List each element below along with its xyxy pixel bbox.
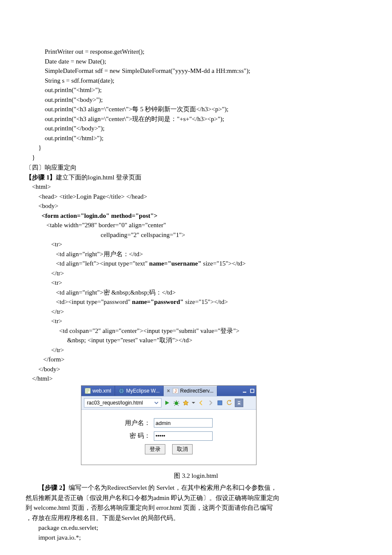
- globe-icon: [118, 388, 124, 394]
- chevron-down-icon[interactable]: [153, 400, 159, 406]
- row-username: 用户名：: [124, 417, 213, 429]
- step-1-line: 【步骤 1】建立下面的login.html 登录页面: [26, 173, 366, 182]
- code-line: out.println("<html>");: [26, 85, 366, 95]
- close-tab-icon[interactable]: ×: [167, 387, 170, 395]
- code-line: <head> <title>Login Page</title> </head>: [26, 192, 366, 202]
- password-input[interactable]: [154, 431, 213, 441]
- name-password-attr: name="password": [132, 298, 184, 305]
- section-four-heading: 〔四〕响应重定向: [26, 163, 366, 173]
- code-line: <tr>: [26, 240, 366, 249]
- code-line: <tr>: [26, 316, 366, 326]
- address-input[interactable]: [86, 399, 152, 406]
- editor-tab-bar: web.xml MyEclipse W... × J RedirectServ.…: [81, 386, 256, 396]
- code-line: out.println("</body>");: [26, 124, 366, 133]
- svg-text:J: J: [174, 389, 176, 393]
- code-line: Date date = new Date();: [26, 57, 366, 66]
- svg-rect-5: [251, 389, 254, 393]
- password-label: 密 码：: [124, 430, 151, 442]
- code-text: size="15"></td>: [184, 298, 228, 305]
- paragraph: 到 welcome.html 页面，否那么将响应重定向到 error.html …: [26, 503, 366, 513]
- code-line: out.println("<body>");: [26, 95, 366, 105]
- code-line: &nbsp; <input type="reset" value="取消"></…: [26, 335, 366, 345]
- forward-icon[interactable]: [207, 399, 214, 407]
- minimize-button[interactable]: [241, 386, 248, 396]
- code-line: </tr>: [26, 269, 366, 278]
- name-username-attr: name="username": [149, 260, 202, 267]
- code-text: <td><input type="password": [26, 298, 132, 305]
- home-icon[interactable]: [235, 399, 243, 407]
- step-2-line: 【步骤 2】编写一个名为RedirectServlet 的 Servlet，在其…: [26, 483, 366, 493]
- code-line: import java.io.*;: [26, 533, 366, 543]
- code-line: </tr>: [26, 345, 366, 355]
- code-line: </tr>: [26, 307, 366, 317]
- refresh-icon[interactable]: [225, 399, 233, 407]
- paragraph: 然后推断其是否正确〔假设用户名和口令都为admin 即认为正确〕。假设正确将响应…: [26, 493, 366, 503]
- code-line: out.println("<h3 align=\"center\">现在的时间是…: [26, 114, 366, 124]
- row-password: 密 码：: [124, 430, 213, 442]
- step-2-label: 【步骤 2】: [38, 484, 69, 491]
- xml-file-icon: [85, 388, 91, 394]
- code-line: </html>: [26, 374, 366, 384]
- code-line: String s = sdf.format(date);: [26, 76, 366, 86]
- code-text: <td align="left"><input type="text": [26, 260, 149, 267]
- code-block-refresh: PrintWriter out = response.getWriter(); …: [26, 47, 366, 162]
- username-input[interactable]: [154, 418, 213, 428]
- code-line-password: <td><input type="password" name="passwor…: [26, 297, 366, 307]
- login-form: 用户名： 密 码：: [122, 416, 215, 457]
- code-line: package cn.edu.servlet;: [26, 523, 366, 533]
- code-line: out.println("</html>");: [26, 133, 366, 143]
- code-line: }: [26, 143, 366, 153]
- tab-label: RedirectServ...: [180, 387, 213, 395]
- code-block-servlet: package cn.edu.servlet; import java.io.*…: [26, 523, 366, 542]
- debug-icon[interactable]: [173, 399, 180, 407]
- back-icon[interactable]: [197, 399, 205, 407]
- code-line: SimpleDateFormat sdf = new SimpleDateFor…: [26, 66, 366, 76]
- page-content: 用户名： 密 码：: [81, 410, 256, 465]
- login-button[interactable]: [145, 444, 165, 454]
- code-line: <td colspan="2" align="center"><input ty…: [26, 326, 366, 336]
- ide-screenshot: web.xml MyEclipse W... × J RedirectServ.…: [81, 385, 366, 465]
- figure-caption: 图 3.2 login.html: [26, 471, 366, 481]
- step-2-text: 编写一个名为RedirectServlet 的 Servlet，在其中检索用户名…: [69, 484, 277, 491]
- code-line: <html>: [26, 182, 366, 192]
- code-block-login-html: <html> <head> <title>Login Page</title> …: [26, 182, 366, 384]
- svg-rect-7: [218, 401, 222, 405]
- tab-spacer: [217, 386, 241, 396]
- maximize-button[interactable]: [248, 386, 256, 396]
- code-line-username: <td align="left"><input type="text" name…: [26, 259, 366, 269]
- dropdown-arrow-icon[interactable]: [191, 399, 196, 407]
- ide-window: web.xml MyEclipse W... × J RedirectServ.…: [81, 385, 257, 465]
- document-page: PrintWriter out = response.getWriter(); …: [0, 0, 392, 555]
- code-line: out.println("<h3 align=\"center\">每 5 秒钟…: [26, 104, 366, 114]
- code-line-form-open: <form action="login.do" method="post">: [26, 211, 366, 221]
- step-1-label: 【步骤 1】: [26, 174, 56, 181]
- tab-redirect[interactable]: × J RedirectServ...: [164, 386, 217, 396]
- tab-webxml[interactable]: web.xml: [81, 386, 115, 396]
- svg-point-6: [175, 402, 178, 405]
- username-label: 用户名：: [124, 417, 151, 429]
- svg-rect-4: [243, 392, 246, 393]
- row-buttons: [124, 443, 213, 455]
- code-line: cellpading="2" cellspacing="1">: [26, 230, 366, 240]
- code-line: <td align="right">用户名：</td>: [26, 249, 366, 259]
- cancel-button[interactable]: [172, 444, 193, 454]
- code-line: </body>: [26, 364, 366, 374]
- paragraph: ，存放在应用程序根名目。下面是Servlet 的局部代码。: [26, 513, 366, 523]
- code-line: <td align="right">密 &nbsp;&nbsp;码：</td>: [26, 288, 366, 298]
- tab-label: web.xml: [92, 387, 111, 395]
- code-line: PrintWriter out = response.getWriter();: [26, 47, 366, 57]
- code-line: <tr>: [26, 278, 366, 288]
- code-line: <body>: [26, 201, 366, 211]
- code-line: </form>: [26, 355, 366, 364]
- code-line: <table width="298" border="0" align="cen…: [26, 220, 366, 230]
- go-icon[interactable]: [163, 399, 171, 407]
- code-text: size="15"></td>: [202, 260, 246, 267]
- stop-icon[interactable]: [216, 399, 224, 407]
- favorites-icon[interactable]: [182, 399, 190, 407]
- code-line: }: [26, 153, 366, 162]
- tab-label: MyEclipse W...: [126, 387, 160, 395]
- tab-myeclipse[interactable]: MyEclipse W...: [115, 386, 164, 396]
- browser-toolbar: [81, 396, 256, 410]
- address-bar[interactable]: [84, 398, 161, 408]
- step-1-text: 建立下面的login.html 登录页面: [56, 174, 141, 181]
